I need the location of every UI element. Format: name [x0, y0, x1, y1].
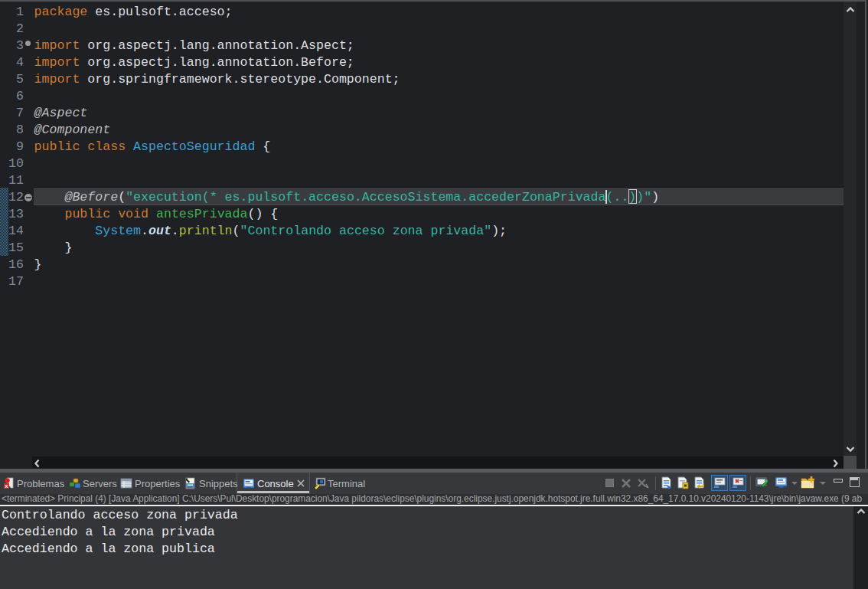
svg-text:x: x	[5, 483, 8, 489]
